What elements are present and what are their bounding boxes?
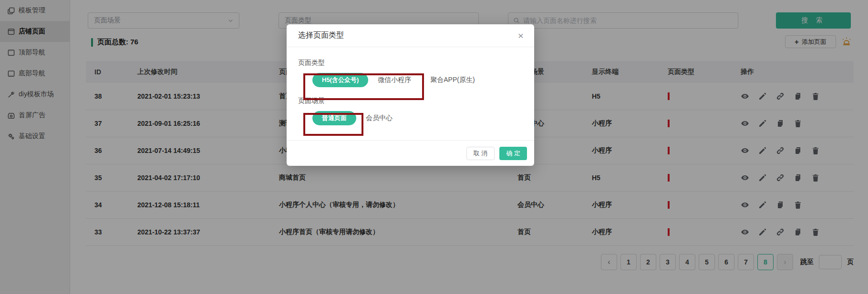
option-normal-page-selected[interactable]: 普通页面 [312, 111, 356, 125]
page-scene-section-label: 页面场景 [298, 97, 523, 105]
option-h5-selected[interactable]: H5(含公众号) [312, 73, 368, 87]
page-scene-options: 普通页面 会员中心 [298, 111, 523, 125]
cancel-button[interactable]: 取 消 [466, 147, 495, 160]
page-type-options: H5(含公众号) 微信小程序 聚合APP(原生) [298, 73, 523, 87]
select-page-type-dialog: 选择页面类型 × 页面类型 H5(含公众号) 微信小程序 聚合APP(原生) 页… [287, 24, 534, 166]
option-native-app[interactable]: 聚合APP(原生) [430, 76, 475, 84]
dialog-header: 选择页面类型 × [287, 24, 534, 47]
close-icon[interactable]: × [518, 30, 524, 41]
option-member-center[interactable]: 会员中心 [366, 114, 393, 122]
dialog-title: 选择页面类型 [298, 30, 344, 41]
dialog-body: 页面类型 H5(含公众号) 微信小程序 聚合APP(原生) 页面场景 普通页面 … [287, 47, 534, 125]
confirm-button[interactable]: 确 定 [499, 147, 527, 160]
page-type-section-label: 页面类型 [298, 59, 523, 67]
option-wechat-miniprogram[interactable]: 微信小程序 [378, 76, 411, 84]
dialog-footer: 取 消 确 定 [287, 140, 534, 166]
